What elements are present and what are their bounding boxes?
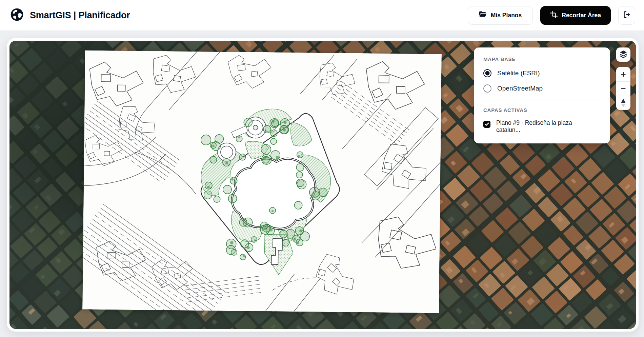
layers-panel: MAPA BASE Satélite (ESRI) OpenStreetMap … xyxy=(474,47,610,143)
up-down-arrows-icon xyxy=(621,99,626,107)
panel-divider xyxy=(483,100,601,100)
header-actions: Mis Planos Recortar Área xyxy=(468,6,635,25)
layers-toggle-button[interactable] xyxy=(616,47,630,62)
map-canvas[interactable]: MAPA BASE Satélite (ESRI) OpenStreetMap … xyxy=(9,41,636,329)
check-icon xyxy=(484,122,489,127)
globe-icon xyxy=(10,8,24,23)
crop-area-label: Recortar Área xyxy=(562,12,601,19)
radio-satellite[interactable] xyxy=(483,69,491,77)
crop-icon xyxy=(550,11,558,20)
my-plans-button[interactable]: Mis Planos xyxy=(468,6,533,25)
crop-area-button[interactable]: Recortar Área xyxy=(540,6,611,25)
app-header: SmartGIS | Planificador Mis Planos Recor… xyxy=(0,0,644,31)
active-layers-title: CAPAS ACTIVAS xyxy=(483,107,601,113)
basemap-option-satellite[interactable]: Satélite (ESRI) xyxy=(483,69,601,77)
zoom-control: + − xyxy=(616,67,630,110)
pitch-toggle-button[interactable] xyxy=(616,96,630,110)
map-card: MAPA BASE Satélite (ESRI) OpenStreetMap … xyxy=(7,38,639,332)
base-map-title: MAPA BASE xyxy=(483,56,601,62)
basemap-option-osm[interactable]: OpenStreetMap xyxy=(483,84,601,93)
basemap-option-label: OpenStreetMap xyxy=(497,85,543,92)
layer-label: Plano #9 - Rediseña la plaza catalun... xyxy=(496,119,582,134)
brand: SmartGIS | Planificador xyxy=(10,8,130,23)
zoom-out-button[interactable]: − xyxy=(616,81,630,96)
radio-openstreetmap[interactable] xyxy=(483,84,491,93)
my-plans-label: Mis Planos xyxy=(491,12,522,19)
plan-overlay-image xyxy=(82,51,442,313)
zoom-in-button[interactable]: + xyxy=(616,67,630,81)
basemap-option-label: Satélite (ESRI) xyxy=(497,70,540,77)
page-title: SmartGIS | Planificador xyxy=(30,10,130,21)
layer-checkbox[interactable] xyxy=(483,121,490,128)
log-out-icon xyxy=(623,11,631,20)
folder-icon xyxy=(479,11,487,20)
layer-item-plano-9[interactable]: Plano #9 - Rediseña la plaza catalun... xyxy=(483,119,601,134)
layers-icon xyxy=(619,50,627,59)
logout-button[interactable] xyxy=(618,6,635,25)
